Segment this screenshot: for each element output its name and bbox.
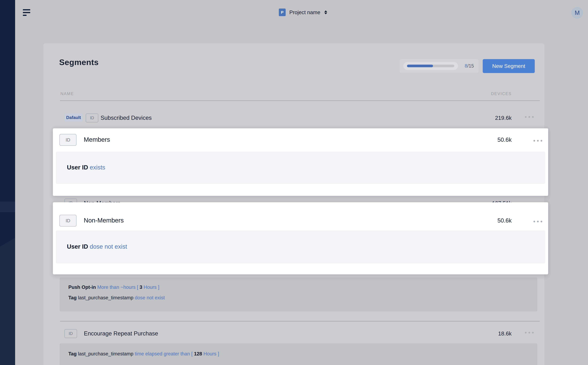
detail-label: Tag — [68, 351, 77, 357]
segment-detail-panel: Push Opt-in More than ~hours [ 3 Hours ]… — [60, 277, 537, 311]
detail-field: last_purchase_timestamp — [78, 351, 133, 357]
detail-line-push-optin: Push Opt-in More than ~hours [ 3 Hours ] — [68, 284, 159, 290]
project-selector[interactable]: P Project name — [279, 8, 327, 17]
device-count: 50.6k — [460, 217, 512, 224]
segment-title-encourage-repeat-purchase[interactable]: Encourage Repeat Purchase — [84, 330, 158, 337]
usage-progress-fill — [407, 65, 433, 67]
default-badge: Dafault — [65, 113, 83, 122]
row-menu-button[interactable] — [533, 221, 542, 222]
id-badge: ID — [86, 113, 98, 122]
table-header-divider — [60, 100, 540, 101]
hamburger-bar — [23, 15, 27, 16]
segment-title-non-members[interactable]: Non-Members — [84, 217, 124, 224]
id-badge: ID — [59, 215, 77, 227]
detail-field: last_purchase_timestamp — [78, 295, 133, 300]
column-header-name: NAME — [60, 91, 74, 96]
id-badge: ID — [59, 134, 77, 146]
rule-panel: User ID exists — [56, 152, 545, 184]
detail-label: Push Opt-in — [68, 284, 96, 290]
detail-line-tag-elapsed: Tag last_purchase_timestamp time elapsed… — [68, 351, 219, 357]
segment-title-members[interactable]: Members — [84, 136, 110, 143]
menu-hamburger-icon[interactable] — [23, 9, 31, 16]
row-menu-button[interactable] — [525, 116, 534, 118]
device-count: 50.6k — [460, 136, 512, 143]
column-header-devices: DEVICES — [473, 91, 512, 96]
usage-progress-bar — [407, 65, 454, 67]
segment-rule: User ID dose not exist — [67, 243, 127, 250]
segments-page: P Project name M Segments 8/15 New Segme… — [0, 0, 588, 365]
usage-used: 8 — [465, 63, 467, 69]
segment-detail-panel: Tag last_purchase_timestamp time elapsed… — [60, 344, 537, 365]
id-badge: ID — [65, 329, 77, 338]
new-segment-button[interactable]: New Segment — [483, 59, 535, 73]
row-menu-button[interactable] — [525, 332, 534, 333]
detail-value: 128 — [194, 351, 202, 357]
rule-condition[interactable]: exists — [90, 164, 105, 171]
detail-condition-link[interactable]: Hours ] — [144, 284, 159, 290]
segment-rule: User ID exists — [67, 164, 105, 171]
project-badge: P — [279, 8, 286, 16]
detail-condition-link[interactable]: time elapsed greater than [ — [135, 351, 193, 357]
segment-title-subscribed-devices[interactable]: Subscribed Devices — [100, 114, 152, 121]
detail-line-tag: Tag last_purchase_timestamp dose not exi… — [68, 295, 165, 301]
sidebar-decoration — [0, 238, 15, 365]
rule-condition[interactable]: dose not exist — [90, 243, 127, 250]
page-title: Segments — [59, 57, 99, 67]
rule-field: User ID — [67, 164, 88, 171]
detail-condition-link[interactable]: More than ~hours [ — [97, 284, 138, 290]
usage-total: /15 — [467, 63, 474, 69]
device-count: 18.6k — [460, 330, 512, 337]
rule-panel: User ID dose not exist — [56, 231, 545, 263]
sidebar-active-item[interactable] — [0, 202, 15, 212]
hamburger-bar — [23, 12, 30, 13]
usage-count-label: 8/15 — [461, 63, 477, 69]
detail-label: Tag — [68, 295, 77, 300]
detail-condition-link[interactable]: dose not exist — [135, 295, 165, 300]
detail-condition-link[interactable]: Hours ] — [203, 351, 219, 357]
row-divider — [60, 321, 540, 321]
segment-card-members[interactable]: ID Members 50.6k User ID exists — [53, 128, 548, 196]
rule-field: User ID — [67, 243, 88, 250]
hamburger-bar — [23, 9, 30, 10]
detail-value: 3 — [140, 284, 142, 290]
project-switch-icon — [324, 10, 327, 14]
sidebar-nav[interactable] — [0, 0, 15, 365]
segment-card-non-members[interactable]: ID Non-Members 50.6k User ID dose not ex… — [53, 202, 548, 274]
user-avatar[interactable]: M — [571, 7, 583, 19]
row-menu-button[interactable] — [533, 140, 542, 142]
device-count: 219.6k — [460, 115, 512, 121]
project-name-label: Project name — [289, 9, 320, 15]
